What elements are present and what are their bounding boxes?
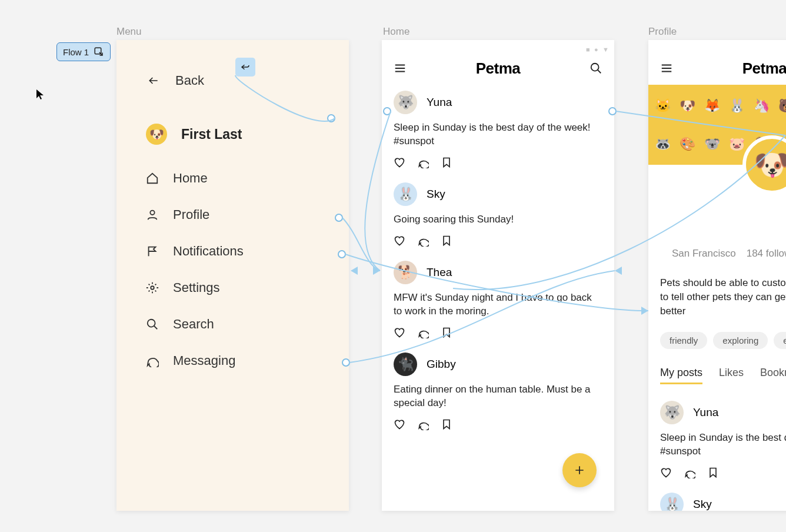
- menu-item-label: Notifications: [173, 244, 244, 259]
- comment-icon[interactable]: [417, 157, 429, 168]
- post: 🐰 Sky Going soaring this Sunday!: [660, 493, 786, 511]
- svg-marker-5: [373, 267, 380, 275]
- search-icon: [146, 318, 159, 331]
- avatar[interactable]: 🐈‍⬛: [394, 353, 417, 376]
- connection-endpoint[interactable]: [327, 114, 335, 122]
- tag[interactable]: friendly: [660, 332, 707, 349]
- menu-item-label: Profile: [173, 207, 209, 222]
- avatar: 🐶: [146, 124, 167, 145]
- back-action-badge[interactable]: [235, 58, 255, 77]
- tag[interactable]: eating: [774, 332, 786, 349]
- heart-icon[interactable]: [660, 467, 672, 478]
- connection-endpoint[interactable]: [335, 214, 343, 222]
- profile-location: San Francisco: [672, 248, 736, 260]
- comment-icon[interactable]: [417, 418, 429, 430]
- post-author[interactable]: Sky: [693, 498, 712, 511]
- bookmark-icon[interactable]: [707, 467, 719, 478]
- arrow-left-icon: [146, 75, 161, 87]
- tag[interactable]: exploring: [713, 332, 768, 349]
- post-body: Sleep in Sunday is the best day of the w…: [660, 431, 786, 458]
- comment-icon[interactable]: [417, 327, 429, 338]
- menu-item-label: Messaging: [173, 353, 235, 368]
- heart-icon[interactable]: [394, 157, 405, 168]
- menu-item-messaging[interactable]: Messaging: [146, 353, 328, 368]
- post-author[interactable]: Thea: [427, 266, 452, 279]
- frame-menu[interactable]: Back 🐶 First Last Home Profile Notificat…: [116, 40, 349, 511]
- post-body: Going soaring this Sunday!: [394, 213, 602, 227]
- svg-marker-7: [615, 267, 622, 275]
- bookmark-icon[interactable]: [441, 418, 452, 430]
- heart-icon[interactable]: [394, 235, 405, 247]
- plus-icon: [574, 464, 585, 476]
- svg-marker-8: [351, 267, 358, 275]
- heart-icon[interactable]: [394, 327, 405, 338]
- avatar[interactable]: 🐺: [394, 91, 417, 114]
- svg-point-1: [150, 211, 154, 215]
- comment-icon[interactable]: [684, 467, 695, 478]
- profile-name: First Last: [672, 226, 786, 244]
- bookmark-icon[interactable]: [441, 235, 452, 247]
- post: 🐈‍⬛ Gibby Eating dinner on the human tab…: [394, 353, 602, 430]
- avatar[interactable]: 🐺: [660, 401, 684, 424]
- menu-item-settings[interactable]: Settings: [146, 280, 328, 295]
- frame-home[interactable]: ■ ● ▼ Petma 🐺 Yuna Sleep in Sunday is th…: [382, 40, 614, 511]
- frame-label-profile[interactable]: Profile: [648, 26, 677, 38]
- menu-item-profile[interactable]: Profile: [146, 207, 328, 222]
- post: 🐕 Thea MFW it's Sunday night and I have …: [394, 261, 602, 338]
- connection-endpoint[interactable]: [338, 250, 346, 258]
- avatar[interactable]: 🐕: [394, 261, 417, 284]
- cursor-icon: [36, 89, 45, 100]
- search-icon[interactable]: [590, 62, 602, 75]
- dropdown-icon: ▼: [602, 46, 608, 52]
- bookmark-icon[interactable]: [441, 157, 452, 168]
- user-name: First Last: [181, 127, 242, 142]
- frame-label-menu[interactable]: Menu: [116, 26, 142, 38]
- frame-label-home[interactable]: Home: [383, 26, 409, 38]
- home-icon: [146, 172, 159, 185]
- connection-endpoint[interactable]: [608, 107, 617, 115]
- new-post-fab[interactable]: [562, 453, 597, 487]
- post: 🐺 Yuna Sleep in Sunday is the best day o…: [660, 401, 786, 478]
- menu-item-notifications[interactable]: Notifications: [146, 244, 328, 259]
- gear-icon: [146, 281, 159, 294]
- comment-icon[interactable]: [417, 235, 429, 247]
- post-author[interactable]: Gibby: [427, 358, 456, 371]
- tab-bookmarks[interactable]: Bookmarks: [760, 367, 786, 384]
- reply-arrow-icon: [239, 62, 251, 72]
- heart-icon[interactable]: [394, 418, 405, 430]
- profile-icon: [146, 208, 159, 221]
- post: 🐺 Yuna Sleep in Sunday is the best day o…: [394, 91, 602, 168]
- svg-point-3: [148, 320, 155, 327]
- menu-item-home[interactable]: Home: [146, 171, 328, 186]
- flow-start-badge[interactable]: Flow 1: [56, 42, 111, 61]
- play-icon: [94, 46, 104, 57]
- svg-marker-6: [641, 307, 648, 315]
- tab-my-posts[interactable]: My posts: [660, 367, 702, 384]
- post-author[interactable]: Yuna: [427, 96, 452, 109]
- hamburger-icon[interactable]: [394, 62, 407, 75]
- svg-point-4: [591, 64, 599, 71]
- menu-item-search[interactable]: Search: [146, 317, 328, 332]
- menu-item-label: Home: [173, 171, 208, 186]
- post-author[interactable]: Sky: [427, 188, 445, 201]
- brand-logo: Petma: [742, 59, 786, 78]
- frame-profile[interactable]: Petma 🐱🐶🦊🐰🦄🐻 🐺🐹🐼🦝🎨🐨 🐷🦁🐵🐶🐸🐯 🐶 First Last …: [648, 40, 786, 511]
- tab-likes[interactable]: Likes: [719, 367, 744, 384]
- bookmark-icon[interactable]: [441, 327, 452, 338]
- avatar[interactable]: 🐰: [660, 493, 684, 511]
- profile-followers[interactable]: 184 followers: [747, 248, 786, 260]
- circle-icon: ●: [594, 46, 600, 52]
- post-body: Sleep in Sunday is the best day of the w…: [394, 121, 602, 148]
- back-label: Back: [175, 73, 204, 88]
- post-author[interactable]: Yuna: [693, 406, 718, 419]
- profile-bio: Pets should be able to customize descrip…: [648, 260, 786, 318]
- user-profile-row[interactable]: 🐶 First Last: [146, 124, 328, 145]
- avatar[interactable]: 🐰: [394, 182, 417, 206]
- window-controls: ■ ● ▼: [586, 46, 608, 52]
- connection-endpoint[interactable]: [383, 107, 391, 115]
- brand-logo: Petma: [476, 59, 521, 78]
- flow-label: Flow 1: [63, 47, 89, 57]
- post-body: Eating dinner on the human table. Must b…: [394, 383, 602, 410]
- hamburger-icon[interactable]: [660, 62, 673, 75]
- connection-endpoint[interactable]: [342, 358, 350, 367]
